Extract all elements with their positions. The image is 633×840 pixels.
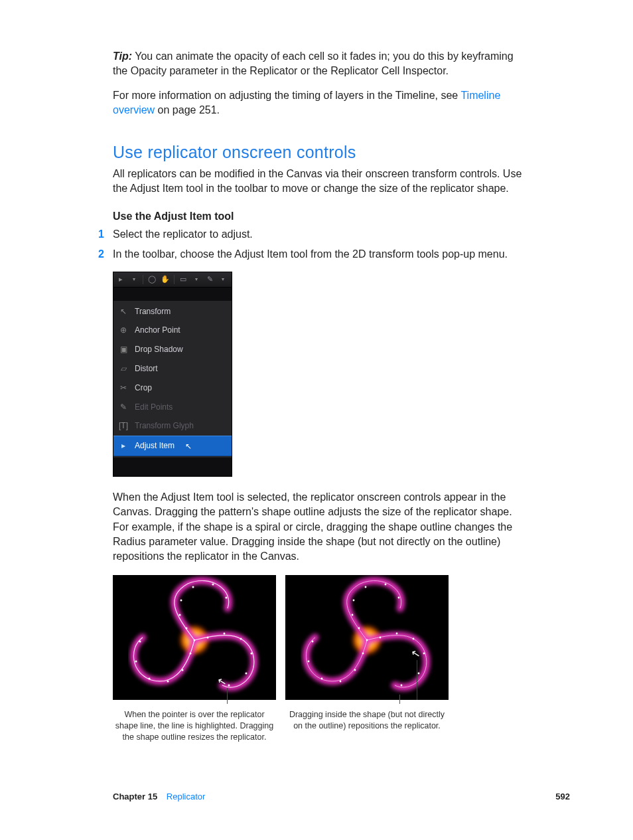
tip-body: You can animate the opacity of each cell… bbox=[113, 50, 514, 76]
brush-icon[interactable]: ✎ bbox=[205, 275, 214, 284]
svg-point-21 bbox=[366, 639, 368, 641]
shadow-icon: ▣ bbox=[119, 345, 128, 355]
canvas-example-resize: ↖ bbox=[113, 575, 276, 700]
dropdown-icon[interactable]: ▾ bbox=[192, 275, 201, 284]
svg-point-9 bbox=[224, 632, 226, 634]
footer-page-number: 592 bbox=[555, 791, 570, 803]
svg-point-10 bbox=[240, 637, 242, 639]
footer-chapter: Chapter 15 bbox=[113, 792, 157, 801]
svg-point-11 bbox=[251, 652, 253, 654]
arrow-icon: ↖ bbox=[119, 307, 128, 316]
svg-point-18 bbox=[135, 660, 137, 662]
svg-point-17 bbox=[149, 677, 151, 679]
svg-point-22 bbox=[358, 627, 360, 629]
step-1: Select the replicator to adjust. bbox=[113, 227, 524, 242]
menu-item-anchor-point[interactable]: ⊕ Anchor Point bbox=[113, 321, 232, 340]
svg-point-8 bbox=[207, 636, 209, 638]
menu-item-drop-shadow[interactable]: ▣ Drop Shadow bbox=[113, 340, 232, 359]
svg-point-30 bbox=[413, 637, 415, 639]
svg-point-26 bbox=[385, 583, 387, 585]
menu-item-distort[interactable]: ▱ Distort bbox=[113, 359, 232, 378]
timeline-page: 251 bbox=[199, 104, 217, 116]
svg-point-32 bbox=[418, 672, 420, 674]
menu-item-transform[interactable]: ↖ Transform bbox=[113, 302, 232, 321]
menu-item-adjust-item[interactable]: ▸ Adjust Item ↖ bbox=[113, 436, 232, 456]
toolbar-row: ▸ ▾ ◯ ✋ ▭ ▾ ✎ ▾ bbox=[113, 272, 232, 288]
svg-point-6 bbox=[212, 583, 214, 585]
svg-point-36 bbox=[340, 680, 342, 682]
canvas-example-reposition: ↖ bbox=[285, 575, 449, 700]
cursor-icon: ↖ bbox=[185, 441, 192, 452]
tip-label: Tip: bbox=[113, 50, 132, 62]
step-2: In the toolbar, choose the Adjust Item t… bbox=[113, 247, 524, 262]
section-intro: All replicators can be modified in the C… bbox=[113, 167, 524, 197]
svg-point-37 bbox=[321, 677, 323, 679]
mask-icon[interactable]: ▭ bbox=[178, 275, 188, 284]
svg-point-4 bbox=[180, 599, 182, 601]
arrow-icon: ▸ bbox=[119, 441, 128, 450]
timeline-prefix: For more information on adjusting the ti… bbox=[113, 90, 460, 101]
svg-point-28 bbox=[380, 636, 382, 638]
timeline-paragraph: For more information on adjusting the ti… bbox=[113, 88, 524, 118]
dropdown-icon[interactable]: ▾ bbox=[129, 275, 139, 284]
svg-point-7 bbox=[226, 596, 228, 598]
svg-point-2 bbox=[186, 627, 188, 629]
after-menu-paragraph: When the Adjust Item tool is selected, t… bbox=[113, 490, 524, 564]
footer-section-link[interactable]: Replicator bbox=[167, 792, 206, 801]
svg-point-19 bbox=[139, 640, 141, 642]
menu-item-crop[interactable]: ✂ Crop bbox=[113, 378, 232, 398]
svg-point-39 bbox=[312, 640, 314, 642]
page-footer: Chapter 15 Replicator 592 bbox=[113, 791, 570, 803]
svg-point-12 bbox=[246, 672, 247, 674]
svg-point-33 bbox=[401, 684, 403, 686]
svg-point-27 bbox=[398, 596, 400, 598]
pen-icon: ✎ bbox=[119, 402, 128, 412]
section-title: Use replicator onscreen controls bbox=[113, 141, 524, 164]
svg-point-34 bbox=[362, 652, 364, 654]
pointer-tool-icon[interactable]: ▸ bbox=[116, 275, 125, 284]
menu-item-edit-points: ✎ Edit Points bbox=[113, 398, 232, 417]
crop-icon: ✂ bbox=[119, 383, 128, 392]
tip-paragraph: Tip: You can animate the opacity of each… bbox=[113, 49, 524, 79]
svg-point-15 bbox=[182, 669, 184, 671]
hand-icon[interactable]: ✋ bbox=[161, 275, 170, 284]
svg-point-16 bbox=[167, 680, 169, 682]
svg-point-25 bbox=[365, 586, 367, 588]
anchor-icon: ⊕ bbox=[119, 326, 128, 335]
svg-point-24 bbox=[353, 599, 355, 601]
svg-point-3 bbox=[179, 614, 181, 616]
svg-point-23 bbox=[352, 614, 354, 616]
svg-point-14 bbox=[190, 652, 192, 654]
svg-point-5 bbox=[192, 586, 194, 588]
svg-point-31 bbox=[423, 652, 425, 654]
glyph-icon: [T] bbox=[119, 422, 128, 431]
svg-point-1 bbox=[194, 639, 196, 641]
orbit-icon[interactable]: ◯ bbox=[147, 275, 157, 284]
dropdown-icon[interactable]: ▾ bbox=[218, 275, 228, 284]
svg-point-29 bbox=[396, 632, 398, 634]
caption-left: When the pointer is over the replicator … bbox=[113, 704, 276, 743]
sub-heading: Use the Adjust Item tool bbox=[113, 209, 524, 224]
timeline-suffix: on page bbox=[155, 104, 199, 116]
menu-item-transform-glyph: [T] Transform Glyph bbox=[113, 416, 232, 436]
svg-point-13 bbox=[228, 684, 230, 686]
distort-icon: ▱ bbox=[119, 364, 128, 373]
svg-point-35 bbox=[354, 669, 356, 671]
svg-point-38 bbox=[308, 660, 310, 662]
caption-right: Dragging inside the shape (but not direc… bbox=[285, 704, 449, 743]
transform-tools-menu: ▸ ▾ ◯ ✋ ▭ ▾ ✎ ▾ ↖ Transform ⊕ Anchor P bbox=[113, 272, 232, 477]
